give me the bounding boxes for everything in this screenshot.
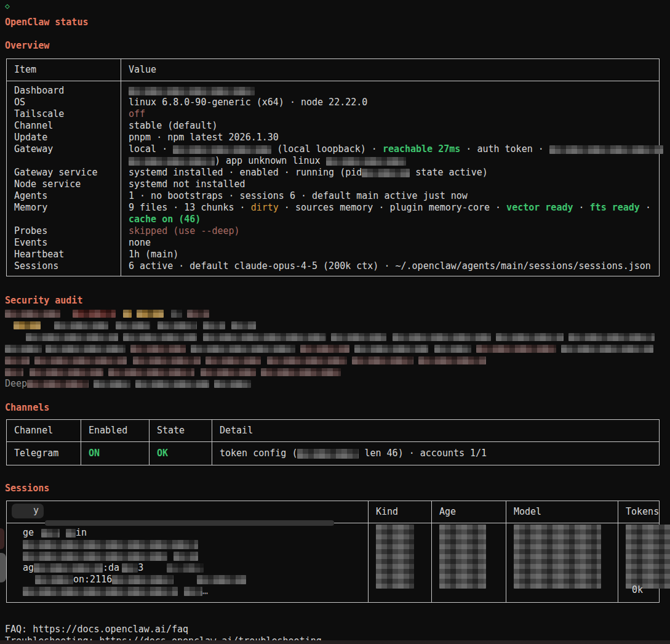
faq-link[interactable]: https://docs.openclaw.ai/faq [33, 624, 188, 635]
redacted-block [123, 333, 197, 341]
spacer [194, 372, 201, 372]
redacted-block [35, 575, 73, 584]
redacted-block [393, 333, 491, 341]
spacer [150, 325, 158, 326]
spacer [60, 535, 66, 536]
terminal-text: · sources memory · plugin memory-core · [279, 202, 506, 213]
terminal-text: local · [129, 143, 173, 155]
redacted-block [326, 157, 406, 166]
terminal-text-line [5, 331, 665, 343]
channels-col-channel-header: Channel [7, 420, 81, 442]
terminal-text: · auth token · [460, 143, 549, 155]
redacted-block [331, 333, 386, 341]
redacted-block [205, 356, 261, 364]
spacer [34, 535, 41, 536]
redacted-block [354, 345, 428, 353]
spacer [14, 535, 23, 536]
spacer [197, 325, 203, 326]
channels-col-detail-header: Detail [212, 420, 660, 442]
terminal-text-line [129, 85, 654, 97]
redacted-block [41, 529, 60, 537]
redacted-block [94, 380, 130, 388]
spacer [89, 384, 94, 384]
terminal-text-line: 1h (main) [129, 249, 654, 260]
spacer [116, 313, 123, 314]
redacted-block [267, 356, 347, 364]
terminal-text-line [14, 214, 116, 225]
terminal-text-line: 6 active · default claude-opus-4-5 (200k… [129, 260, 654, 272]
redacted-block [197, 575, 246, 584]
spacer [186, 348, 191, 349]
redacted-block [130, 345, 186, 353]
terminal-text-line: local · (local loopback) · reachable 27m… [129, 143, 654, 155]
redacted-block [167, 563, 204, 573]
redacted-block [201, 368, 256, 376]
terminal-text-line: Memory [14, 202, 116, 214]
channels-col-enabled-header: Enabled [81, 420, 150, 442]
spacer [23, 372, 30, 372]
redacted-block [439, 525, 486, 589]
terminal-text-line: on:2116 [14, 574, 363, 586]
terminal-text-line: OS [14, 97, 116, 108]
redacted-block [122, 563, 138, 573]
terminal-text-line: 9 files · 13 chunks · dirty · sources me… [129, 202, 654, 214]
redacted-block [418, 356, 486, 364]
prompt-line: ◇ [5, 0, 665, 12]
redacted-block [23, 587, 178, 596]
redacted-block [514, 525, 601, 589]
sessions-col-key-header: y [7, 501, 369, 523]
redacted-block [137, 310, 164, 318]
redacted-block [112, 575, 173, 584]
spacer [413, 360, 418, 361]
terminal-text: systemd installed · enabled · running (p… [129, 167, 362, 178]
terminal-text-line: Gateway service [14, 167, 116, 179]
redacted-block [30, 368, 103, 376]
spacer [209, 384, 214, 384]
terminal-text: · [573, 202, 589, 213]
spacer [386, 337, 393, 337]
terminal-text-line: pnpm · npm latest 2026.1.30 [129, 132, 654, 143]
terminal-text-line: linux 6.8.0-90-generic (x64) · node 22.2… [129, 97, 654, 108]
spacer [201, 360, 205, 361]
terminal-text-line [5, 343, 665, 355]
sessions-col-age-header: Age [432, 501, 506, 523]
terminal-text-line: Deep [5, 378, 665, 390]
diamond-icon: ◇ [5, 2, 10, 9]
redacted-block [46, 345, 126, 353]
header-fragment: y [33, 505, 39, 517]
terminal-text-line: Tailscale [14, 108, 116, 120]
terminal-text: (local loopback) · [271, 143, 383, 155]
terminal-text: cache on (46) [129, 214, 201, 225]
terminal-text: linux 6.8.0-90-generic (x64) · node 22.2… [129, 97, 367, 108]
terminal-text-line: skipped (use --deep) [129, 225, 654, 237]
terminal-text: in [76, 527, 87, 538]
overview-col-value-header: Value [121, 59, 660, 81]
spacer [256, 372, 261, 372]
table-row: Telegram ON OK token config ( len 46) · … [7, 442, 660, 465]
spacer [130, 384, 135, 384]
redacted-block [135, 380, 209, 388]
terminal-text: … [202, 586, 208, 597]
terminal-text: ge [23, 527, 34, 538]
spacer [30, 360, 34, 361]
terminal-text: off [129, 108, 145, 119]
spacer [349, 348, 354, 349]
terminal-text-line [5, 355, 665, 366]
spacer [14, 547, 23, 547]
redacted-block [133, 356, 201, 364]
redacted-block [23, 552, 167, 561]
redacted-block [5, 310, 60, 318]
channels-table: Channel Enabled State Detail Telegram ON… [6, 419, 660, 465]
redacted-block [261, 368, 341, 376]
overview-col-item-header: Item [7, 59, 121, 81]
terminal-text: state active) [410, 167, 487, 178]
terminal-text: reachable 27ms [383, 143, 460, 155]
terminal-text-line: ) app unknown linux [129, 155, 654, 167]
terminal-text-line: stable (default) [129, 120, 654, 132]
spacer [167, 558, 173, 559]
redacted-block [184, 587, 202, 596]
security-audit-heading: Security audit [5, 295, 665, 307]
spacer [14, 582, 35, 582]
sessions-col-kind-header: Kind [369, 501, 432, 523]
terminal-text-line: Dashboard [14, 85, 116, 97]
